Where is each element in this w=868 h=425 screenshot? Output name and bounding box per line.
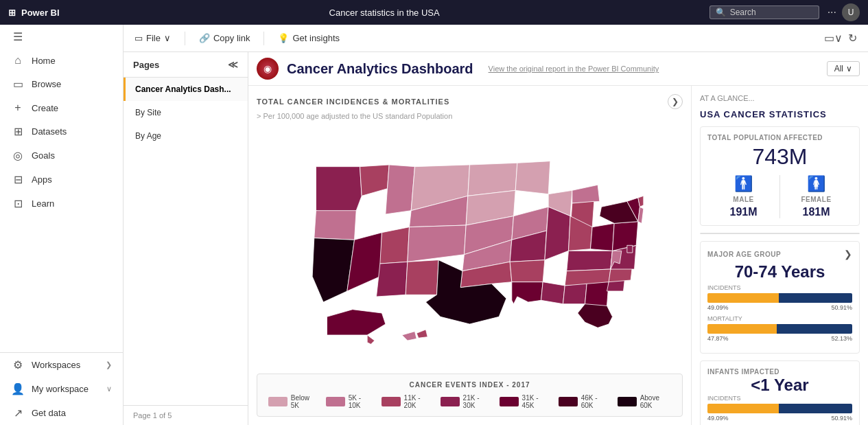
- filter-label: All: [834, 64, 843, 73]
- sidebar-item-home[interactable]: ⌂ Home: [0, 49, 123, 72]
- apps-icon: ⊟: [11, 173, 25, 186]
- view-original-link[interactable]: View the original report in the Power BI…: [489, 65, 659, 73]
- incidents-female-pct: 50.91%: [831, 304, 852, 311]
- filter-chevron-icon: ∨: [846, 64, 852, 73]
- map-next-button[interactable]: ❯: [668, 94, 683, 109]
- infants-incidents-male-pct: 49.09%: [707, 415, 729, 422]
- sidebar-item-goals[interactable]: ◎ Goals: [0, 143, 123, 168]
- insights-icon: 💡: [278, 33, 289, 43]
- legend-color-4: [500, 397, 519, 406]
- file-label: File: [146, 33, 161, 43]
- page-item-cancer-analytics[interactable]: Cancer Analytics Dash...: [124, 78, 248, 101]
- action-bar-right: ▭∨ ↻: [824, 32, 857, 45]
- mortality-bar-labels: 47.87% 52.13%: [707, 335, 852, 342]
- female-stats: 🚺 FEMALE 181M: [780, 175, 852, 218]
- sidebar-bottom: ⚙ Workspaces ❯ 👤 My workspace ∨ ↗ Get da…: [0, 352, 123, 425]
- page-item-by-age[interactable]: By Age: [124, 124, 248, 148]
- insights-label: Get insights: [292, 33, 340, 43]
- incidents-bar: [707, 293, 852, 303]
- incidents-bar-male: [707, 293, 779, 303]
- infants-incidents-female-pct: 50.91%: [831, 415, 852, 422]
- tab-area[interactable]: AREA: [780, 233, 860, 234]
- sidebar: ☰ ⌂ Home ▭ Browse + Create ⊞ Datasets ◎ …: [0, 25, 124, 425]
- sidebar-item-hamburger[interactable]: ☰: [0, 25, 123, 49]
- sidebar-label-my-workspace: My workspace: [32, 384, 89, 394]
- legend-item-3: 21K - 30K: [441, 394, 491, 409]
- legend-item-5: 46K - 60K: [559, 394, 609, 409]
- stats-population-section: TOTAL POPULATION AFFECTED 743M 🚹 MALE 19…: [700, 126, 860, 226]
- usa-map: [257, 137, 683, 357]
- file-icon: ▭: [134, 33, 143, 43]
- home-icon: ⌂: [11, 54, 25, 67]
- page-item-by-site[interactable]: By Site: [124, 101, 248, 124]
- sidebar-item-apps[interactable]: ⊟ Apps: [0, 168, 123, 192]
- more-options-button[interactable]: ···: [828, 6, 836, 19]
- copy-link-icon: 🔗: [199, 33, 210, 43]
- goals-icon: ◎: [11, 149, 25, 162]
- sidebar-spacer: [0, 216, 123, 352]
- get-insights-button[interactable]: 💡 Get insights: [278, 33, 340, 43]
- dash-body: TOTAL CANCER INCIDENCES & MORTALITIES ❯ …: [248, 86, 868, 425]
- sidebar-item-datasets[interactable]: ⊞ Datasets: [0, 119, 123, 143]
- infants-section: INFANTS IMPACTED <1 Year INCIDENTS 49.09…: [700, 360, 860, 425]
- dashboard-canvas: ◉ Cancer Analytics Dashboard View the or…: [248, 52, 868, 425]
- legend-item-6: Above 60K: [618, 394, 671, 409]
- legend-label-0: Below 5K: [291, 394, 318, 409]
- male-label: MALE: [733, 196, 753, 203]
- refresh-button[interactable]: ↻: [848, 32, 857, 45]
- pages-footer: Page 1 of 5: [124, 405, 248, 425]
- sidebar-item-browse[interactable]: ▭ Browse: [0, 72, 123, 96]
- grid-icon: ⊞: [8, 8, 16, 18]
- population-label: TOTAL POPULATION AFFECTED: [707, 134, 852, 141]
- age-chevron-icon[interactable]: ❯: [844, 249, 852, 260]
- legend-label-2: 11K - 20K: [404, 394, 432, 409]
- page-label-cancer-analytics: Cancer Analytics Dash...: [135, 84, 231, 94]
- female-label: FEMALE: [801, 196, 831, 203]
- age-group-section: MAJOR AGE GROUP ❯ 70-74 Years INCIDENTS …: [700, 241, 860, 354]
- get-data-icon: ↗: [11, 406, 25, 420]
- infants-incidents-labels: 49.09% 50.91%: [707, 415, 852, 422]
- pages-title: Pages: [133, 60, 159, 70]
- stats-title-text: USA CANCER STATISTICS: [700, 109, 860, 119]
- avatar[interactable]: U: [842, 3, 860, 21]
- legend-color-2: [382, 397, 401, 406]
- learn-icon: ⊡: [11, 197, 25, 210]
- infant-age-value: <1 Year: [707, 376, 852, 395]
- copy-link-button[interactable]: 🔗 Copy link: [199, 33, 250, 43]
- sidebar-item-my-workspace[interactable]: 👤 My workspace ∨: [0, 377, 123, 401]
- sidebar-item-workspaces[interactable]: ⚙ Workspaces ❯: [0, 353, 123, 377]
- browse-icon: ▭: [11, 78, 25, 91]
- tab-demography[interactable]: DEMOGRAPHY: [701, 233, 780, 234]
- search-box[interactable]: 🔍 Search: [709, 5, 819, 19]
- mortality-male-pct: 47.87%: [707, 335, 729, 342]
- mortality-bar: [707, 324, 852, 334]
- copy-link-label: Copy link: [213, 33, 250, 43]
- legend-label-4: 31K - 45K: [522, 394, 550, 409]
- search-label: Search: [730, 8, 756, 17]
- map-legend: CANCER EVENTS INDEX - 2017 Below 5K 5K -…: [257, 374, 683, 417]
- filter-dropdown[interactable]: All ∨: [827, 61, 860, 76]
- pages-collapse-button[interactable]: ≪: [228, 59, 238, 70]
- incidents-male-pct: 49.09%: [707, 304, 729, 311]
- report-area: Pages ≪ Cancer Analytics Dash... By Site…: [124, 52, 868, 425]
- dash-header-left: ◉ Cancer Analytics Dashboard View the or…: [257, 58, 659, 80]
- my-workspace-icon: 👤: [11, 382, 25, 395]
- stats-tabs: DEMOGRAPHY AREA: [700, 233, 860, 234]
- file-button[interactable]: ▭ File ∨: [134, 33, 171, 43]
- search-icon: 🔍: [716, 8, 726, 17]
- hamburger-icon: ☰: [11, 30, 25, 43]
- view-options-button[interactable]: ▭∨: [824, 32, 843, 45]
- sidebar-item-learn[interactable]: ⊡ Learn: [0, 192, 123, 216]
- topbar: ⊞ Power BI Cancer statistics in the USA …: [0, 0, 868, 25]
- legend-label-3: 21K - 30K: [463, 394, 491, 409]
- my-workspace-expand-icon: ∨: [106, 384, 112, 393]
- map-section: TOTAL CANCER INCIDENCES & MORTALITIES ❯ …: [248, 86, 691, 425]
- legend-color-5: [559, 397, 578, 406]
- sidebar-item-get-data[interactable]: ↗ Get data: [0, 401, 123, 425]
- sidebar-label-home: Home: [32, 56, 56, 66]
- sidebar-label-get-data: Get data: [32, 408, 66, 418]
- sidebar-label-workspaces: Workspaces: [32, 360, 80, 370]
- male-value: 191M: [729, 206, 757, 218]
- app-name: Power BI: [21, 8, 60, 18]
- sidebar-item-create[interactable]: + Create: [0, 96, 123, 119]
